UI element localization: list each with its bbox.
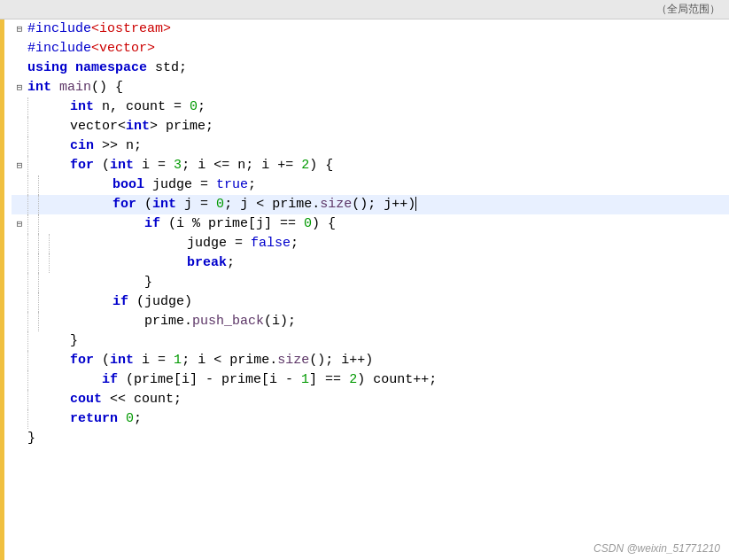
line-content: for (int i = 1; i < prime.size(); i++) (38, 351, 373, 370)
line-content: if (prime[i] - prime[i - 1] == 2) count+… (38, 370, 437, 390)
code-line: ⊟ for (int i = 3; i <= n; i += 2) { (12, 156, 729, 175)
code-line: bool judge = true; (12, 175, 729, 195)
indent-guide (38, 195, 49, 214)
code-line: ⊟int main() { (12, 78, 729, 97)
line-content: if (i % prime[j] == 0) { (49, 214, 336, 234)
indent-guide (49, 234, 59, 253)
fold-marker[interactable]: ⊟ (12, 214, 27, 234)
code-line: int n, count = 0; (12, 97, 729, 117)
line-content: bool judge = true; (49, 175, 256, 195)
line-content: cin >> n; (38, 136, 142, 156)
code-line: for (int j = 0; j < prime.size(); j++) (12, 195, 729, 214)
code-line: judge = false; (12, 234, 729, 253)
top-bar: （全局范围） (0, 0, 729, 19)
line-content: #include<vector> (27, 39, 155, 58)
indent-guide (38, 312, 49, 331)
indent-guide (38, 292, 49, 312)
code-line: } (12, 331, 729, 351)
indent-guide (27, 292, 38, 312)
text-cursor (415, 197, 416, 211)
fold-marker[interactable]: ⊟ (12, 156, 27, 175)
line-content: int main() { (27, 78, 123, 97)
code-line: #include<vector> (12, 39, 729, 58)
line-content: int n, count = 0; (38, 97, 206, 117)
indent-guide (27, 195, 38, 214)
line-content: judge = false; (59, 234, 299, 253)
indent-guide (27, 273, 38, 292)
indent-guide (27, 156, 38, 175)
fold-marker[interactable]: ⊟ (12, 19, 27, 39)
line-content: for (int i = 3; i <= n; i += 2) { (38, 156, 333, 175)
indent-guide (27, 136, 38, 156)
indent-guide (27, 175, 38, 195)
indent-guide (27, 312, 38, 331)
indent-guide (49, 253, 59, 273)
line-content: return 0; (38, 409, 142, 429)
scope-indicator: （全局范围） (656, 2, 720, 17)
code-line: } (12, 273, 729, 292)
code-line: for (int i = 1; i < prime.size(); i++) (12, 351, 729, 370)
code-area[interactable]: ⊟#include<iostream>#include<vector>using… (0, 19, 729, 560)
indent-guide (27, 331, 38, 351)
code-line: cin >> n; (12, 136, 729, 156)
code-line: cout << count; (12, 390, 729, 409)
code-lines: ⊟#include<iostream>#include<vector>using… (12, 19, 729, 448)
fold-marker[interactable]: ⊟ (12, 78, 27, 97)
code-line: if (judge) (12, 292, 729, 312)
code-line: prime.push_back(i); (12, 312, 729, 331)
line-content: using namespace std; (27, 58, 187, 78)
code-line: break; (12, 253, 729, 273)
line-content: if (judge) (49, 292, 192, 312)
line-content: } (27, 429, 35, 448)
code-content[interactable]: ⊟#include<iostream>#include<vector>using… (4, 19, 729, 560)
line-content: } (49, 273, 152, 292)
watermark: CSDN @weixin_51771210 (593, 542, 720, 555)
editor: （全局范围） ⊟#include<iostream>#include<vecto… (0, 0, 729, 560)
indent-guide (27, 214, 38, 234)
indent-guide (38, 175, 49, 195)
code-line: ⊟ if (i % prime[j] == 0) { (12, 214, 729, 234)
indent-guide (27, 97, 38, 117)
code-line: ⊟#include<iostream> (12, 19, 729, 39)
indent-guide (38, 214, 49, 234)
indent-guide (38, 253, 49, 273)
line-content: for (int j = 0; j < prime.size(); j++) (49, 195, 416, 214)
indent-guide (27, 351, 38, 370)
line-content: } (38, 331, 78, 351)
indent-guide (27, 253, 38, 273)
code-line: using namespace std; (12, 58, 729, 78)
indent-guide (38, 273, 49, 292)
line-content: prime.push_back(i); (49, 312, 296, 331)
line-content: break; (59, 253, 235, 273)
code-line: } (12, 429, 729, 448)
line-content: #include<iostream> (27, 19, 171, 39)
indent-guide (38, 234, 49, 253)
indent-guide (27, 234, 38, 253)
line-content: cout << count; (38, 390, 182, 409)
code-line: if (prime[i] - prime[i - 1] == 2) count+… (12, 370, 729, 390)
code-line: vector<int> prime; (12, 117, 729, 136)
indent-guide (27, 370, 38, 390)
indent-guide (27, 390, 38, 409)
indent-guide (27, 409, 38, 429)
code-line: return 0; (12, 409, 729, 429)
line-content: vector<int> prime; (38, 117, 213, 136)
indent-guide (27, 117, 38, 136)
